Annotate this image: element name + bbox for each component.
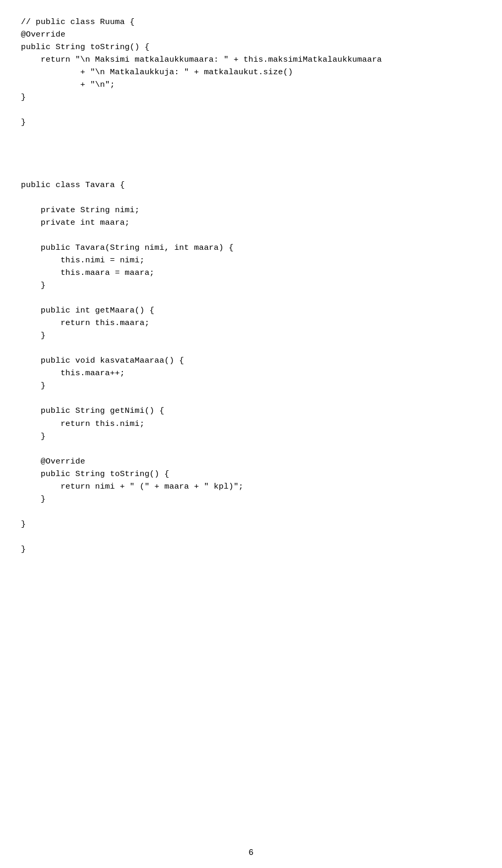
- page-number: 6: [248, 848, 254, 858]
- page-container: // public class Ruuma { @Override public…: [0, 0, 502, 868]
- code-content: // public class Ruuma { @Override public…: [21, 16, 481, 555]
